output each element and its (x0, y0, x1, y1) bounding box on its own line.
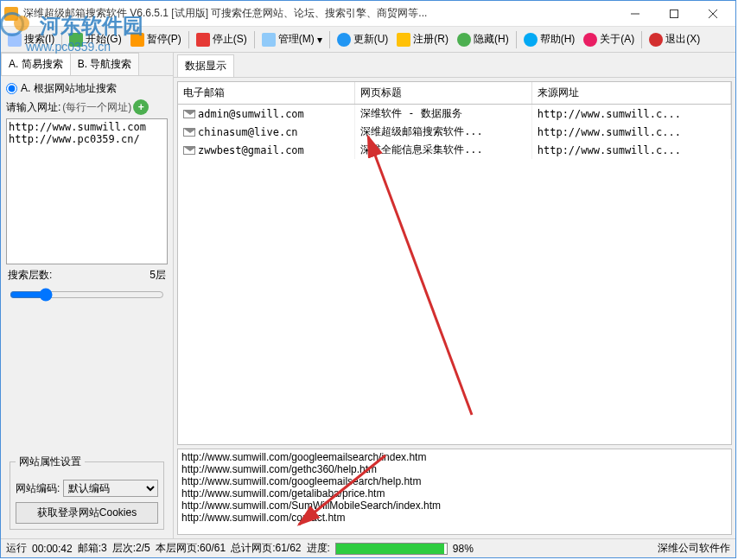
depth-slider[interactable] (10, 288, 164, 302)
status-mail: 邮箱:3 (78, 541, 107, 556)
hide-button[interactable]: 隐藏(H) (454, 30, 512, 48)
statusbar: 运行 00:00:42 邮箱:3 层次:2/5 本层网页:60/61 总计网页:… (1, 538, 735, 557)
table-row[interactable]: zwwbest@gmail.com深维全能信息采集软件...http://www… (178, 141, 731, 159)
search-button[interactable]: 搜索(I) (4, 30, 58, 48)
update-button[interactable]: 更新(U) (334, 30, 392, 48)
status-page-total: 总计网页:61/62 (231, 541, 301, 556)
status-progress-text: 98% (453, 543, 474, 555)
left-panel: A. 简易搜索 B. 导航搜索 A. 根据网站地址搜索 请输入网址: (每行一个… (1, 53, 174, 538)
radio-by-url[interactable] (6, 83, 17, 94)
close-button[interactable] (693, 2, 732, 26)
pause-button[interactable]: 暂停(P) (127, 30, 185, 48)
register-icon (397, 33, 410, 47)
url-input-hint: (每行一个网址) (62, 100, 131, 115)
tab-simple-search[interactable]: A. 简易搜索 (1, 53, 71, 75)
play-icon (69, 33, 83, 47)
add-url-button[interactable]: + (133, 99, 149, 115)
window-title: 深维超级邮箱搜索软件 V6.6.5.1 [试用版] 可搜索任意网站、论坛、搜索引… (23, 6, 615, 21)
manage-icon (262, 33, 276, 47)
titlebar: 深维超级邮箱搜索软件 V6.6.5.1 [试用版] 可搜索任意网站、论坛、搜索引… (1, 1, 735, 27)
col-email[interactable]: 电子邮箱 (178, 82, 355, 105)
svg-rect-1 (670, 10, 678, 17)
get-cookies-button[interactable]: 获取登录网站Cookies (16, 502, 158, 524)
status-layer: 层次:2/5 (112, 541, 150, 556)
status-page-this: 本层网页:60/61 (156, 541, 226, 556)
table-row[interactable]: chinasum@live.cn深维超级邮箱搜索软件...http://www.… (178, 123, 731, 141)
status-company: 深维公司软件作 (658, 541, 730, 556)
encoding-label: 网站编码: (16, 481, 60, 496)
update-icon (337, 33, 351, 47)
depth-label: 搜索层数: (8, 268, 52, 283)
help-button[interactable]: 帮助(H) (520, 30, 579, 48)
depth-value: 5层 (150, 268, 166, 283)
encoding-select[interactable]: 默认编码 (63, 480, 158, 497)
site-props-title: 网站属性设置 (16, 455, 85, 469)
minimize-button[interactable] (615, 2, 654, 26)
log-output[interactable]: http://www.sumwill.com/googleemailsearch… (177, 449, 732, 535)
search-icon (8, 33, 22, 47)
status-progress-label: 进度: (307, 541, 330, 556)
mail-icon (183, 146, 195, 155)
start-button[interactable]: 开始(G) (66, 30, 124, 48)
status-time: 00:00:42 (32, 543, 73, 555)
right-panel: 数据显示 电子邮箱 网页标题 来源网址 admin@sumwill.com深维软… (174, 53, 735, 538)
radio-by-url-label: A. 根据网站地址搜索 (21, 81, 117, 96)
mail-icon (183, 110, 195, 118)
pause-icon (130, 33, 144, 47)
col-title[interactable]: 网页标题 (355, 82, 532, 105)
url-input-label: 请输入网址: (6, 100, 60, 115)
stop-icon (196, 33, 210, 47)
about-button[interactable]: 关于(A) (580, 30, 638, 48)
progress-bar (335, 543, 448, 555)
maximize-button[interactable] (654, 2, 693, 26)
mail-icon (183, 128, 195, 137)
exit-icon (649, 33, 663, 47)
help-icon (524, 33, 538, 47)
manage-button[interactable]: 管理(M) ▾ (258, 30, 326, 48)
tab-data-display[interactable]: 数据显示 (177, 54, 234, 77)
app-icon (4, 7, 18, 21)
stop-button[interactable]: 停止(S) (193, 30, 251, 48)
hide-icon (457, 33, 471, 47)
toolbar: 搜索(I) 开始(G) 暂停(P) 停止(S) 管理(M) ▾ 更新(U) 注册… (1, 27, 735, 53)
url-textarea[interactable] (6, 118, 168, 264)
about-icon (583, 33, 597, 47)
data-grid[interactable]: 电子邮箱 网页标题 来源网址 admin@sumwill.com深维软件 - 数… (177, 81, 732, 445)
col-source[interactable]: 来源网址 (531, 82, 730, 105)
status-run: 运行 (6, 541, 27, 556)
arrow-annotation-icon (308, 130, 480, 423)
site-props-group: 网站属性设置 网站编码: 默认编码 获取登录网站Cookies (10, 455, 164, 530)
svg-line-4 (368, 137, 472, 415)
tab-nav-search[interactable]: B. 导航搜索 (70, 53, 140, 75)
table-row[interactable]: admin@sumwill.com深维软件 - 数据服务http://www.s… (178, 105, 731, 124)
exit-button[interactable]: 退出(X) (646, 30, 703, 48)
register-button[interactable]: 注册(R) (393, 30, 452, 48)
